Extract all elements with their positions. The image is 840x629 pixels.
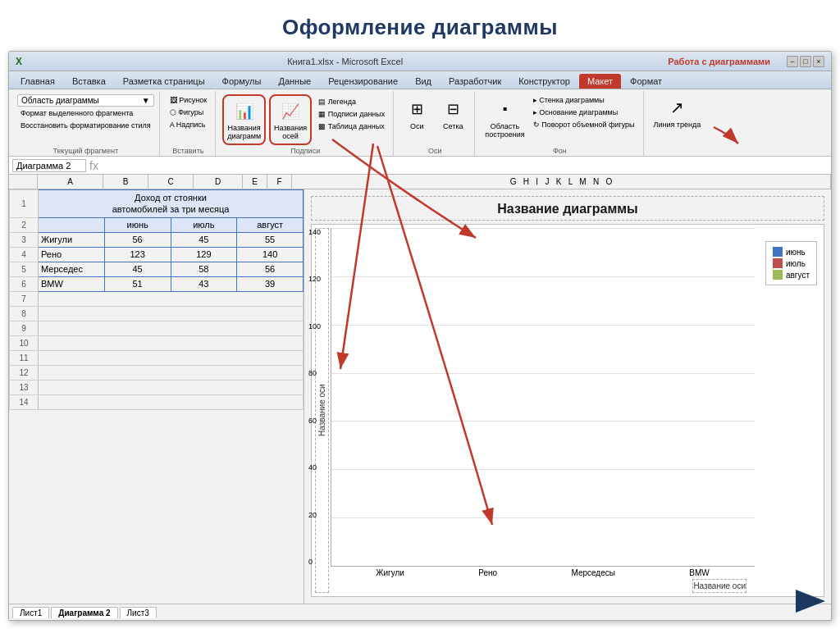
dropdown-arrow: ▼	[142, 96, 150, 105]
tab-home[interactable]: Главная	[12, 74, 63, 89]
tab-view[interactable]: Вид	[407, 74, 440, 89]
tab-page-layout[interactable]: Разметка страницы	[115, 74, 213, 89]
zhiguli-august[interactable]: 55	[237, 232, 304, 247]
col-header-c: C	[148, 175, 194, 189]
table-row: 12	[10, 365, 304, 380]
ribbon-group-current-fragment: Область диаграммы ▼ Формат выделенного ф…	[12, 91, 160, 157]
x-label-zhiguli: Жигули	[376, 568, 404, 577]
bmw-august[interactable]: 39	[237, 276, 304, 291]
header-june: июнь	[104, 217, 171, 232]
picture-btn[interactable]: 🖼 Рисунок	[167, 94, 210, 106]
car-zhiguli[interactable]: Жигули	[39, 232, 105, 247]
mercedes-june[interactable]: 45	[104, 262, 171, 276]
chart-title-btn[interactable]: 📊 Названиядиаграмм	[222, 94, 266, 145]
tab-constructor[interactable]: Конструктор	[510, 74, 578, 89]
table-row: 13	[10, 380, 304, 394]
legend-label-june: июнь	[786, 248, 806, 257]
table-row: 1 Доход от стоянки автомобилей за три ме…	[10, 190, 304, 218]
tab-insert[interactable]: Вставка	[64, 74, 114, 89]
corner-cell	[9, 175, 38, 189]
header-august: август	[237, 217, 304, 232]
bmw-june[interactable]: 51	[104, 276, 171, 291]
axis-title-icon: 📈	[277, 98, 304, 125]
group-label-insert: Вставить	[172, 145, 203, 155]
worksheet-tabs: Лист1 Диаграмма 2 Лист3	[9, 604, 831, 620]
chart-title[interactable]: Название диаграммы	[311, 196, 824, 221]
row-num-1: 1	[10, 190, 39, 218]
car-mercedes[interactable]: Мерседес	[39, 262, 105, 276]
plot-area-btn[interactable]: ▪ Областьпостроения	[482, 94, 527, 140]
trendline-label: Линия тренда	[654, 121, 701, 129]
reno-july[interactable]: 129	[171, 247, 237, 262]
row-num-6: 6	[10, 276, 39, 291]
table-row: 10	[10, 335, 304, 350]
header-empty	[39, 217, 105, 232]
ribbon-group-analysis: ↗ Линия тренда	[646, 91, 710, 157]
formula-bar: fx	[9, 157, 831, 175]
col-header-b: B	[103, 175, 148, 189]
tab-developer[interactable]: Разработчик	[441, 74, 509, 89]
car-bmw[interactable]: BMW	[39, 276, 105, 291]
legend-btn[interactable]: ▤ Легенда	[315, 96, 388, 107]
trendline-btn[interactable]: ↗ Линия тренда	[651, 93, 705, 130]
table-row: 9	[10, 321, 304, 335]
group-label-background: Фон	[553, 145, 567, 155]
spreadsheet-table: 1 Доход от стоянки автомобилей за три ме…	[9, 189, 304, 410]
gridlines-icon: ⊟	[440, 96, 466, 122]
trendline-icon: ↗	[664, 94, 690, 121]
tab-data[interactable]: Данные	[270, 74, 319, 89]
table-row: 8	[10, 306, 304, 321]
format-selection-btn[interactable]: Формат выделенного фрагмента	[17, 107, 154, 119]
slide-title: Оформление диаграммы	[0, 0, 840, 48]
car-reno[interactable]: Рено	[39, 247, 105, 262]
data-table-btn[interactable]: ▩ Таблица данных	[315, 121, 388, 132]
axes-btn[interactable]: ⊞ Оси	[400, 94, 433, 132]
col-header-rest: G H I J K L M N O	[292, 175, 831, 189]
data-labels-btn[interactable]: ▦ Подписи данных	[315, 108, 388, 120]
area-dropdown[interactable]: Область диаграммы ▼	[17, 94, 154, 107]
ribbon-group-background: ▪ Областьпостроения ▸ Стенка диаграммы ▸…	[477, 91, 643, 157]
name-box[interactable]	[12, 159, 86, 172]
excel-window: X Книга1.xlsx - Microsoft Excel Работа с…	[8, 51, 832, 621]
ws-tab-sheet1[interactable]: Лист1	[12, 607, 49, 618]
close-btn[interactable]: ×	[813, 56, 824, 67]
row-num-2: 2	[10, 217, 39, 232]
chart-legend: июнь июль август	[765, 241, 817, 285]
minimize-btn[interactable]: –	[787, 56, 798, 67]
gridlines-btn[interactable]: ⊟ Сетка	[436, 94, 469, 132]
table-row: 11	[10, 350, 304, 365]
table-row: 6 BMW 51 43 39	[10, 276, 304, 291]
zhiguli-june[interactable]: 56	[104, 232, 171, 247]
shapes-btn[interactable]: ⬡ Фигуры	[167, 107, 210, 118]
axis-title-btn[interactable]: 📈 Названияосей	[269, 94, 312, 145]
axis-title-label: Названияосей	[274, 125, 307, 141]
excel-logo: X	[16, 56, 22, 67]
mercedes-august[interactable]: 56	[237, 262, 304, 276]
row-num-3: 3	[10, 232, 39, 247]
formula-input[interactable]	[102, 161, 828, 171]
legend-color-june	[773, 247, 783, 257]
x-label-reno: Рено	[478, 568, 497, 577]
ws-tab-sheet3[interactable]: Лист3	[120, 607, 157, 618]
tab-review[interactable]: Рецензирование	[320, 74, 406, 89]
tab-format[interactable]: Формат	[622, 74, 670, 89]
table-title[interactable]: Доход от стоянки автомобилей за три меся…	[39, 190, 304, 218]
chart-floor-btn[interactable]: ▸ Основание диаграммы	[530, 107, 638, 118]
chart-wall-btn[interactable]: ▸ Стенка диаграммы	[530, 94, 638, 106]
gridlines-label: Сетка	[443, 122, 463, 130]
ws-tab-chart2[interactable]: Диаграмма 2	[51, 607, 117, 618]
zhiguli-july[interactable]: 45	[171, 232, 237, 247]
bmw-july[interactable]: 43	[171, 276, 237, 291]
tab-formulas[interactable]: Формулы	[214, 74, 270, 89]
table-row: 2 июнь июль август	[10, 217, 304, 232]
window-controls[interactable]: – □ ×	[787, 56, 824, 67]
reno-august[interactable]: 140	[237, 247, 304, 262]
group-label-axes: Оси	[428, 145, 442, 155]
restore-style-btn[interactable]: Восстановить форматирование стиля	[17, 120, 154, 131]
mercedes-july[interactable]: 58	[171, 262, 237, 276]
textbox-btn[interactable]: A Надпись	[167, 119, 210, 130]
reno-june[interactable]: 123	[104, 247, 171, 262]
3d-rotation-btn[interactable]: ↻ Поворот объемной фигуры	[530, 119, 638, 130]
maximize-btn[interactable]: □	[800, 56, 811, 67]
tab-layout[interactable]: Макет	[579, 74, 621, 89]
